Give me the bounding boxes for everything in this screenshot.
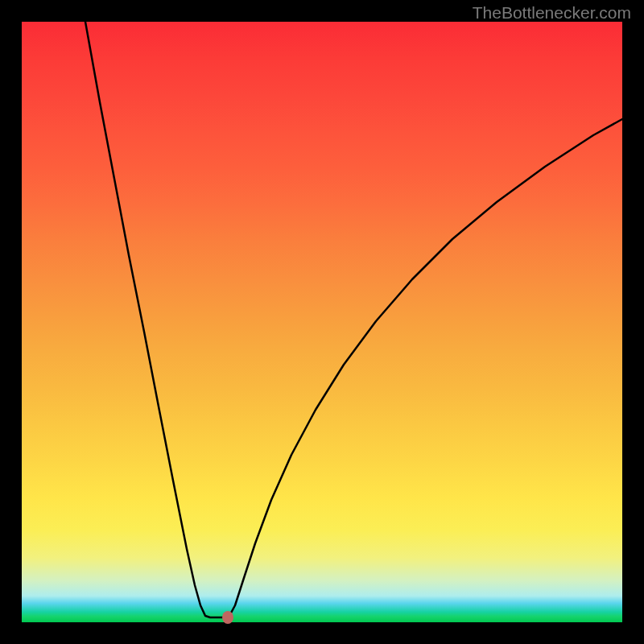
optimal-point-marker [222, 611, 233, 624]
chart-plot-area [22, 22, 622, 622]
watermark-text: TheBottlenecker.com [473, 3, 631, 23]
bottleneck-curve [22, 22, 622, 622]
